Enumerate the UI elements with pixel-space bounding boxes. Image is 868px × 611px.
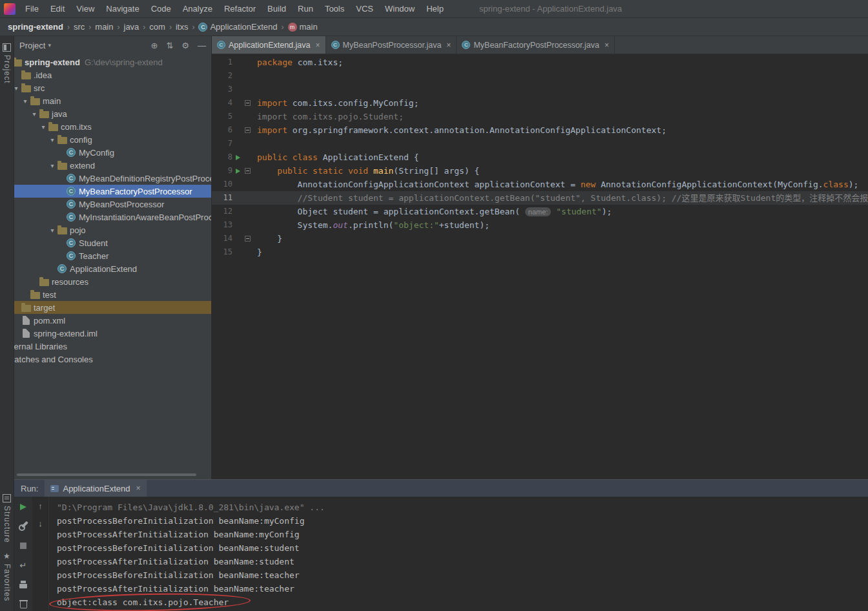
print-icon[interactable]	[18, 579, 28, 590]
code-area[interactable]: 1package com.itxs;234import com.itxs.con…	[212, 54, 868, 479]
tool-button-project[interactable]: Project	[3, 39, 12, 88]
breadcrumb-item-main[interactable]: main	[94, 22, 114, 32]
code-line-12[interactable]: 12 Object student = applicationContext.g…	[212, 205, 868, 218]
code-line-7[interactable]: 7	[212, 137, 868, 150]
tree-item-mybeanpostprocessor[interactable]: CMyBeanPostProcessor	[14, 198, 211, 211]
fold-icon[interactable]	[245, 236, 251, 242]
chevron-down-icon[interactable]: ▾	[30, 110, 39, 118]
tree-item-spring-extend-iml[interactable]: spring-extend.iml	[14, 327, 211, 340]
close-icon[interactable]: ×	[315, 41, 320, 50]
tree-item-extend[interactable]: ▾extend	[14, 159, 211, 172]
menu-item-file[interactable]: File	[19, 0, 45, 17]
menu-item-analyze[interactable]: Analyze	[177, 0, 218, 17]
tree-item-applicationextend[interactable]: CApplicationExtend	[14, 262, 211, 275]
close-icon[interactable]: ×	[604, 41, 609, 50]
tool-button-favorites[interactable]: Favorites	[3, 548, 12, 606]
rerun-icon[interactable]	[18, 502, 28, 512]
tree-item-pom-xml[interactable]: pom.xml	[14, 314, 211, 327]
code-line-6[interactable]: 6import org.springframework.context.anno…	[212, 123, 868, 137]
project-hscrollbar[interactable]	[17, 473, 196, 476]
breadcrumb-item-itxs[interactable]: itxs	[174, 22, 190, 32]
chevron-down-icon[interactable]: ▾	[48, 136, 57, 143]
menu-item-tools[interactable]: Tools	[319, 0, 350, 17]
hide-icon[interactable]: —	[198, 41, 206, 50]
tree-item-target[interactable]: target	[14, 301, 211, 314]
breadcrumb-item-main[interactable]: mmain	[287, 22, 319, 32]
down-arrow-icon[interactable]	[36, 518, 46, 528]
code-line-1[interactable]: 1package com.itxs;	[212, 56, 868, 69]
tree-item-src[interactable]: ▾src	[14, 81, 211, 94]
soft-wrap-icon[interactable]	[18, 560, 28, 570]
menu-item-build[interactable]: Build	[262, 0, 292, 17]
editor-tab-applicationextend-java[interactable]: CApplicationExtend.java×	[212, 36, 326, 54]
chevron-down-icon[interactable]: ▾	[21, 98, 30, 105]
code-line-4[interactable]: 4import com.itxs.config.MyConfig;	[212, 96, 868, 110]
tree-item-test[interactable]: test	[14, 288, 211, 301]
code-line-8[interactable]: 8public class ApplicationExtend {	[212, 150, 868, 164]
breadcrumb-item-java[interactable]: java	[123, 22, 141, 32]
tool-button-structure[interactable]: Structure	[3, 490, 12, 548]
menu-item-window[interactable]: Window	[379, 0, 420, 17]
tree-item-student[interactable]: CStudent	[14, 236, 211, 249]
code-line-15[interactable]: 15}	[212, 245, 868, 259]
settings-icon[interactable]	[18, 521, 28, 532]
menu-item-code[interactable]: Code	[145, 0, 177, 17]
tree-item-java[interactable]: ▾java	[14, 107, 211, 120]
menu-item-vcs[interactable]: VCS	[350, 0, 379, 17]
chevron-down-icon[interactable]: ▾	[14, 85, 21, 92]
expand-collapse-icon[interactable]: ⇅	[166, 41, 173, 50]
tree-item-ratches-and-consoles[interactable]: ratches and Consoles	[14, 353, 211, 366]
tree-item-myconfig[interactable]: CMyConfig	[14, 146, 211, 159]
menu-item-edit[interactable]: Edit	[45, 0, 70, 17]
code-line-13[interactable]: 13 System.out.println("object:"+student)…	[212, 218, 868, 232]
chevron-down-icon[interactable]: ▾	[48, 162, 57, 169]
menu-item-view[interactable]: View	[70, 0, 100, 17]
code-line-11[interactable]: 11 //Student student = applicationContex…	[212, 191, 868, 205]
close-icon[interactable]: ×	[136, 484, 141, 493]
tree-item-main[interactable]: ▾main	[14, 94, 211, 107]
tree-item-mybeandefinitionregistrypostproce[interactable]: CMyBeanDefinitionRegistryPostProce	[14, 172, 211, 185]
tree-item--idea[interactable]: .idea	[14, 68, 211, 81]
tree-item-com-itxs[interactable]: ▾com.itxs	[14, 120, 211, 133]
stop-icon[interactable]	[18, 541, 28, 551]
clear-icon[interactable]	[18, 599, 28, 609]
settings-icon[interactable]: ⚙	[181, 41, 189, 50]
tree-item-ternal-libraries[interactable]: ternal Libraries	[14, 340, 211, 353]
editor-tab-mybeanfactorypostprocessor-java[interactable]: CMyBeanFactoryPostProcessor.java×	[457, 36, 615, 54]
project-view-dropdown[interactable]: Project ▾	[19, 41, 51, 50]
run-line-icon[interactable]	[236, 155, 240, 160]
menu-item-run[interactable]: Run	[292, 0, 319, 17]
menu-item-refactor[interactable]: Refactor	[218, 0, 262, 17]
run-line-icon[interactable]	[236, 169, 240, 174]
tree-item-teacher[interactable]: CTeacher	[14, 249, 211, 262]
editor-tab-mybeanpostprocessor-java[interactable]: CMyBeanPostProcessor.java×	[326, 36, 457, 54]
code-line-14[interactable]: 14 }	[212, 232, 868, 245]
menu-item-navigate[interactable]: Navigate	[100, 0, 145, 17]
console-output[interactable]: "D:\Program Files\Java\jdk1.8.0_281\bin\…	[49, 497, 868, 611]
chevron-down-icon[interactable]: ▾	[39, 123, 48, 130]
fold-icon[interactable]	[245, 168, 251, 174]
tree-item-config[interactable]: ▾config	[14, 133, 211, 146]
fold-icon[interactable]	[245, 100, 251, 106]
chevron-down-icon[interactable]: ▾	[48, 227, 57, 234]
tree-item-myinstantiationawarebeanpostproce[interactable]: CMyInstantiationAwareBeanPostProce	[14, 211, 211, 223]
locate-icon[interactable]: ⊕	[151, 41, 158, 50]
up-arrow-icon[interactable]	[36, 501, 46, 511]
tree-item-pojo[interactable]: ▾pojo	[14, 223, 211, 236]
menu-item-help[interactable]: Help	[420, 0, 450, 17]
tree-item-spring-extend[interactable]: ▾spring-extendG:\dev\spring-extend	[14, 56, 211, 68]
tree-item-mybeanfactorypostprocessor[interactable]: CMyBeanFactoryPostProcessor	[14, 185, 211, 198]
code-line-9[interactable]: 9 public static void main(String[] args)…	[212, 164, 868, 178]
tree-item-resources[interactable]: resources	[14, 275, 211, 288]
breadcrumb-item-com[interactable]: com	[148, 22, 167, 32]
code-line-10[interactable]: 10 AnnotationConfigApplicationContext ap…	[212, 178, 868, 191]
code-line-5[interactable]: 5import com.itxs.pojo.Student;	[212, 110, 868, 123]
run-tab[interactable]: ApplicationExtend ×	[45, 480, 146, 497]
fold-icon[interactable]	[245, 127, 251, 133]
close-icon[interactable]: ×	[446, 41, 451, 50]
code-line-2[interactable]: 2	[212, 69, 868, 83]
breadcrumb-item-applicationextend[interactable]: CApplicationExtend	[197, 22, 278, 32]
code-line-3[interactable]: 3	[212, 83, 868, 96]
breadcrumb-item-src[interactable]: src	[72, 22, 86, 32]
breadcrumb-item-spring-extend[interactable]: spring-extend	[6, 22, 65, 32]
